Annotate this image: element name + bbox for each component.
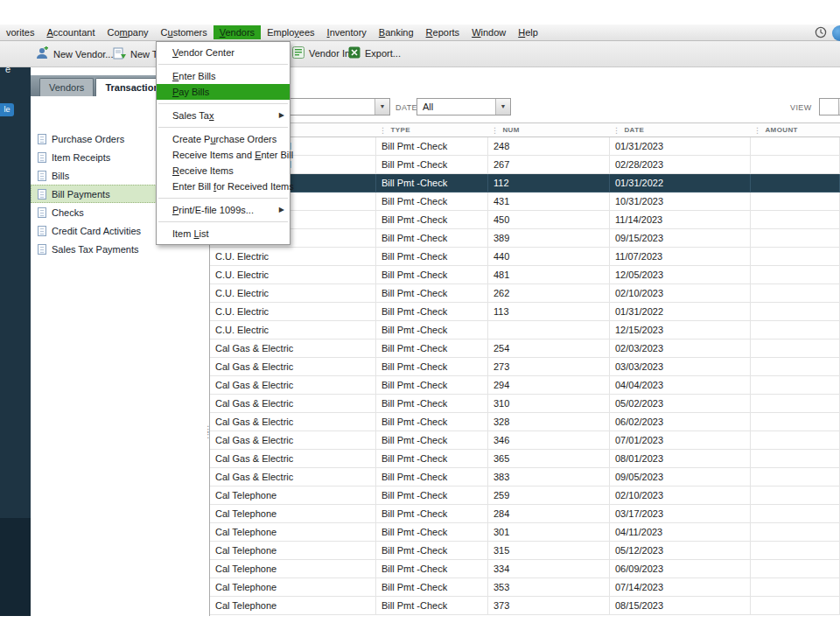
- cell-type: Bill Pmt -Check: [376, 321, 488, 340]
- cell-amount: [751, 211, 840, 229]
- menu-item-create-purchase-orders[interactable]: Create Purchase Orders: [157, 131, 290, 147]
- table-row[interactable]: Cal TelephoneBill Pmt -Check30104/11/202…: [210, 523, 840, 542]
- menubar-item-customers[interactable]: Customers: [155, 25, 214, 39]
- cell-date: 02/10/2023: [610, 486, 751, 505]
- cell-amount: [751, 523, 840, 542]
- document-icon: [38, 244, 46, 255]
- cell-type: Bill Pmt -Check: [376, 395, 488, 413]
- new-vendor-button[interactable]: New Vendor...: [35, 46, 114, 62]
- menu-item-item-list[interactable]: Item List: [157, 226, 290, 242]
- column-header-date[interactable]: DATE: [610, 123, 751, 136]
- cell-num: 113: [488, 303, 610, 321]
- cell-amount: [751, 266, 840, 284]
- tab-vendors[interactable]: Vendors: [39, 78, 94, 96]
- cell-vendor: C.U. Electric: [210, 284, 376, 303]
- table-row[interactable]: C.U. ElectricBill Pmt -Check11301/31/202…: [210, 303, 840, 321]
- table-row[interactable]: A Cheung LimitedBill Pmt -Check26702/28/…: [210, 156, 840, 174]
- date-filter-value: All: [423, 102, 433, 112]
- menu-item-enter-bill-for-received-items[interactable]: Enter Bill for Received Items: [157, 178, 290, 194]
- menubar-item-window[interactable]: Window: [466, 25, 512, 39]
- table-row[interactable]: Cal TelephoneBill Pmt -Check33406/09/202…: [210, 560, 840, 578]
- clock-icon[interactable]: [815, 26, 827, 40]
- table-row[interactable]: Cal Gas & ElectricBill Pmt -Check29404/0…: [210, 376, 840, 395]
- panel-splitter[interactable]: ⋮⋮: [204, 427, 209, 438]
- table-row[interactable]: Bill Pmt -Check43110/31/2023: [210, 192, 840, 211]
- cell-type: Bill Pmt -Check: [376, 340, 488, 358]
- table-row[interactable]: C.U. ElectricBill Pmt -Check44011/07/202…: [210, 248, 840, 266]
- cell-type: Bill Pmt -Check: [376, 248, 488, 266]
- cell-vendor: Cal Telephone: [210, 560, 376, 578]
- menubar-item-help[interactable]: Help: [512, 25, 544, 39]
- cell-vendor: C.U. Electric: [210, 248, 376, 266]
- menubar-item-company[interactable]: Company: [101, 25, 154, 39]
- menubar-item-employees[interactable]: Employees: [261, 25, 320, 39]
- menubar-item-accountant[interactable]: Accountant: [40, 25, 101, 39]
- table-row[interactable]: Cal TelephoneBill Pmt -Check31505/12/202…: [210, 542, 840, 560]
- date-filter-combo[interactable]: All ▼: [416, 98, 511, 116]
- menu-item-receive-items[interactable]: Receive Items: [157, 163, 290, 178]
- table-row[interactable]: Cal TelephoneBill Pmt -Check28403/17/202…: [210, 505, 840, 523]
- table-row[interactable]: Cal Gas & ElectricBill Pmt -Check36508/0…: [210, 450, 840, 468]
- cell-type: Bill Pmt -Check: [376, 523, 488, 542]
- table-row[interactable]: Cal Gas & ElectricBill Pmt -Check27303/0…: [210, 358, 840, 376]
- table-row[interactable]: Cal Gas & ElectricBill Pmt -Check32806/0…: [210, 413, 840, 431]
- cell-num: 353: [488, 578, 610, 597]
- menubar-item-reports[interactable]: Reports: [420, 25, 466, 39]
- cell-date: 03/03/2023: [610, 358, 751, 376]
- table-row[interactable]: C.U. ElectricBill Pmt -Check48112/05/202…: [210, 266, 840, 284]
- cell-num: 389: [488, 229, 610, 248]
- menubar-item-banking[interactable]: Banking: [373, 25, 420, 39]
- cell-date: 12/15/2023: [610, 321, 751, 340]
- cell-date: 02/28/2023: [610, 156, 751, 174]
- menubar-item-vorites[interactable]: vorites: [0, 25, 40, 39]
- menubar-item-vendors[interactable]: Vendors: [214, 25, 261, 39]
- clipped-badge[interactable]: le: [0, 103, 14, 116]
- table-row[interactable]: Cal Gas & ElectricBill Pmt -Check38309/0…: [210, 468, 840, 486]
- table-row[interactable]: C.U. ElectricBill Pmt -Check26202/10/202…: [210, 284, 840, 303]
- cell-type: Bill Pmt -Check: [376, 192, 488, 211]
- column-header-amount[interactable]: AMOUNT: [751, 123, 840, 136]
- left-icon-bar: < e le: [0, 41, 31, 616]
- table-row[interactable]: C.U. ElectricBill Pmt -Check12/15/2023: [210, 321, 840, 340]
- cell-amount: [751, 376, 840, 395]
- cell-date: 06/09/2023: [610, 560, 751, 578]
- document-icon: [38, 189, 46, 200]
- cell-date: 09/15/2023: [610, 229, 751, 248]
- menubar-item-inventory[interactable]: Inventory: [321, 25, 373, 39]
- cell-date: 11/14/2023: [610, 211, 751, 229]
- cell-amount: [751, 431, 840, 450]
- menu-item-enter-bills[interactable]: Enter Bills: [157, 68, 290, 84]
- cell-num: 259: [488, 486, 610, 505]
- menu-item-print-e-file-1099s-[interactable]: Print/E-file 1099s...▶: [157, 202, 290, 218]
- export-button[interactable]: Export...: [348, 46, 401, 60]
- table-row[interactable]: Cal Gas & ElectricBill Pmt -Check25402/0…: [210, 340, 840, 358]
- cell-num: 334: [488, 560, 610, 578]
- cell-num: 267: [488, 156, 610, 174]
- left-bar-lower-section: [0, 518, 31, 616]
- table-row[interactable]: Cal TelephoneBill Pmt -Check35307/14/202…: [210, 578, 840, 597]
- cell-amount: [751, 229, 840, 248]
- table-row[interactable]: A Cheung LimitedBill Pmt -Check24801/31/…: [210, 137, 840, 156]
- table-row[interactable]: Cal TelephoneBill Pmt -Check37308/15/202…: [210, 597, 840, 615]
- column-header-num[interactable]: NUM: [488, 123, 610, 136]
- table-row[interactable]: Bill Pmt -Check45011/14/2023: [210, 211, 840, 229]
- cell-vendor: Cal Gas & Electric: [210, 468, 376, 486]
- menu-item-receive-items-and-enter-bill[interactable]: Receive Items and Enter Bill: [157, 147, 290, 163]
- menu-item-sales-tax[interactable]: Sales Tax▶: [157, 108, 290, 123]
- view-filter-combo[interactable]: ▼: [819, 98, 840, 116]
- help-orb-icon[interactable]: [832, 25, 840, 41]
- cell-type: Bill Pmt -Check: [376, 413, 488, 431]
- cell-num: [488, 321, 610, 340]
- menu-item-vendor-center[interactable]: Vendor Center: [157, 45, 290, 60]
- table-row[interactable]: Bill Pmt -Check38909/15/2023: [210, 229, 840, 248]
- cell-num: 248: [488, 137, 610, 156]
- table-row[interactable]: Cal Gas & ElectricBill Pmt -Check34607/0…: [210, 431, 840, 450]
- menu-item-pay-bills[interactable]: Pay Bills: [157, 84, 290, 100]
- table-row[interactable]: Bill Pmt -Check11201/31/2022: [210, 174, 840, 192]
- table-row[interactable]: Cal Gas & ElectricBill Pmt -Check31005/0…: [210, 395, 840, 413]
- document-icon: [38, 226, 46, 236]
- column-header-type[interactable]: TYPE: [376, 123, 488, 136]
- cell-num: 273: [488, 358, 610, 376]
- cell-amount: [751, 468, 840, 486]
- table-row[interactable]: Cal TelephoneBill Pmt -Check25902/10/202…: [210, 486, 840, 505]
